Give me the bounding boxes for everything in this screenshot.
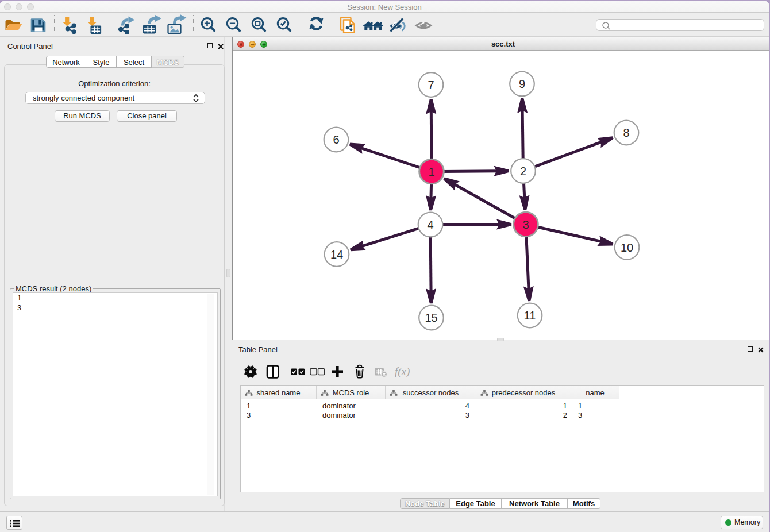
svg-text:2: 2 <box>520 165 526 178</box>
svg-text:7: 7 <box>428 79 434 91</box>
svg-text:f(x): f(x) <box>395 365 410 378</box>
svg-text:15: 15 <box>425 311 437 324</box>
svg-text:1: 1 <box>428 165 434 178</box>
svg-text:6: 6 <box>333 133 339 146</box>
svg-text:4: 4 <box>427 218 433 231</box>
svg-text:8: 8 <box>623 126 629 139</box>
svg-text:11: 11 <box>524 309 536 322</box>
svg-text:10: 10 <box>621 241 633 254</box>
svg-text:3: 3 <box>522 218 529 231</box>
svg-text:9: 9 <box>519 78 525 90</box>
svg-text:14: 14 <box>330 248 343 261</box>
